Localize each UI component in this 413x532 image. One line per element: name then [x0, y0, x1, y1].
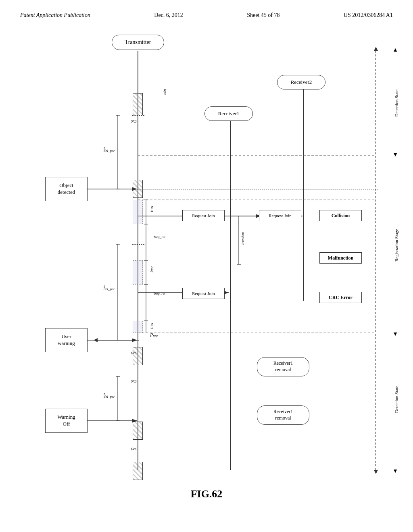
- warning-off-label: Warning Off: [45, 409, 88, 433]
- dotted-box-2: [133, 260, 143, 285]
- dashed-line-object: [132, 189, 378, 189]
- zigzag-1: ≈: [131, 117, 137, 126]
- svg-marker-8: [374, 470, 378, 474]
- request-join-1: Request Join: [182, 210, 225, 221]
- receiver1-node: Receiver1: [204, 106, 253, 121]
- dotted-box-3: [133, 321, 143, 333]
- hatched-box-4: [133, 422, 143, 440]
- zigzag-2: ≈: [131, 349, 137, 357]
- zigzag-3: ≈: [131, 377, 137, 386]
- t-del-per-1: t del_per: [104, 145, 115, 153]
- arrow-down-right-3: ▼: [392, 468, 398, 474]
- dashed-line-1: [132, 115, 144, 116]
- collision-box: Collision: [319, 210, 362, 221]
- diagram-area: Transmitter Receiver2 Receiver1 Object d…: [13, 27, 400, 502]
- hatched-box-5: [133, 462, 143, 480]
- zigzag-4: ≈: [131, 445, 137, 453]
- receiver1-removal-2: Receiver1 removal: [257, 405, 309, 425]
- p-reg-label: Preg: [150, 332, 158, 338]
- crc-error-box: CRC Error: [319, 292, 362, 303]
- arrow-down-right-1: ▼: [392, 152, 398, 158]
- t-reg-2: treg: [149, 266, 154, 272]
- dotted-box-1: [133, 200, 143, 224]
- registration-stage-label: Registration Stage: [393, 160, 400, 331]
- t-det-label: tdet: [162, 89, 167, 95]
- transmitter-node: Transmitter: [112, 35, 164, 50]
- t-del-per-2: t del_per: [104, 284, 115, 291]
- dashed-line-2: [132, 244, 144, 245]
- page: Patent Application Publication Dec. 6, 2…: [0, 0, 413, 532]
- detection-state-top-label: Detection State: [393, 51, 400, 156]
- header-left: Patent Application Publication: [20, 12, 90, 19]
- t-reg-ret-2: treg_ret: [154, 291, 165, 295]
- detection-state-bottom-label: Detection State: [393, 337, 400, 462]
- header-right: US 2012/0306284 A1: [344, 12, 393, 19]
- t-del-per-3: t del_per: [104, 391, 115, 399]
- request-join-2: Request Join: [259, 210, 301, 221]
- t-reg-3: treg: [149, 323, 154, 329]
- t-reg-ret-1: treg_ret: [154, 234, 165, 239]
- svg-marker-42: [94, 338, 98, 342]
- malfunction-box: Malfunction: [319, 252, 362, 264]
- header-sheet: Sheet 45 of 78: [247, 12, 280, 19]
- t-random-label: trandom: [240, 232, 245, 245]
- header-date: Dec. 6, 2012: [154, 12, 183, 19]
- header: Patent Application Publication Dec. 6, 2…: [12, 8, 401, 23]
- arrow-up-right: ▲: [392, 47, 398, 53]
- receiver2-node: Receiver2: [277, 75, 325, 89]
- object-detected-label: Object detected: [45, 177, 88, 201]
- svg-marker-9: [374, 47, 378, 51]
- arrow-down-right-2: ▼: [392, 331, 398, 337]
- hatched-box-1: [133, 93, 143, 115]
- receiver1-removal-1: Receiver1 removal: [257, 357, 309, 376]
- request-join-3: Request Join: [182, 288, 225, 299]
- fig-label: FIG.62: [13, 488, 400, 500]
- t-reg-1: treg: [149, 206, 154, 212]
- user-warning-label: User warning: [45, 328, 88, 352]
